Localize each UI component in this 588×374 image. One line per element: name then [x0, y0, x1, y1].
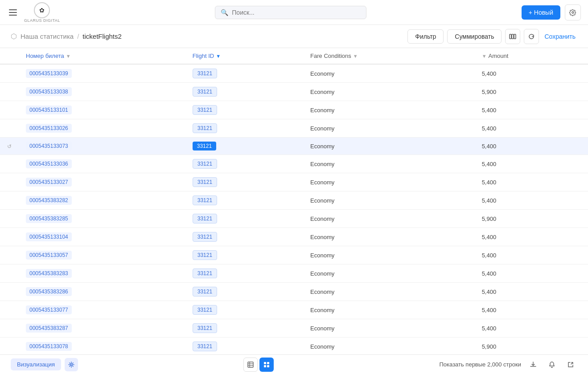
- cell-fare: Economy: [303, 228, 475, 246]
- cell-fare: Economy: [303, 119, 475, 138]
- flight-badge: 33121: [193, 268, 217, 278]
- save-button[interactable]: Сохранить: [543, 33, 577, 40]
- expand-icon[interactable]: ↺: [7, 143, 12, 150]
- row-expand[interactable]: [0, 283, 19, 301]
- flight-badge: 33121: [193, 250, 217, 260]
- table-row: ↺000543513307333121Economy5,400: [0, 138, 588, 155]
- row-expand[interactable]: [0, 83, 19, 101]
- logo-text: GLARUS DIGITAL: [24, 18, 60, 23]
- flight-badge: 33121: [193, 232, 217, 242]
- settings-button[interactable]: [565, 4, 581, 20]
- ticket-badge: 0005435133026: [26, 124, 72, 133]
- cell-ticket: 0005435133039: [19, 64, 185, 83]
- table-row: 000543538328633121Economy5,400: [0, 283, 588, 301]
- cell-amount: 5,400: [475, 155, 588, 173]
- summarize-button[interactable]: Суммировать: [447, 29, 502, 44]
- data-table: Номер билета ▼ Flight ID ▼ Fare Conditio…: [0, 48, 588, 354]
- flight-badge: 33121: [193, 287, 217, 297]
- cell-fare: Economy: [303, 155, 475, 173]
- col-flight-label: Flight ID: [193, 53, 214, 59]
- columns-button[interactable]: [505, 29, 520, 44]
- new-button[interactable]: + Новый: [522, 5, 560, 20]
- ticket-badge: 0005435133104: [26, 232, 72, 241]
- row-expand[interactable]: [0, 264, 19, 283]
- cell-ticket: 0005435133026: [19, 119, 185, 138]
- menu-button[interactable]: [7, 8, 19, 17]
- ticket-badge: 0005435383286: [26, 287, 72, 296]
- row-expand[interactable]: [0, 173, 19, 191]
- col-ticket-sort: ▼: [66, 53, 71, 59]
- breadcrumb-separator: /: [77, 33, 79, 40]
- table-row: 000543513307833121Economy5,900: [0, 337, 588, 355]
- col-fare[interactable]: Fare Conditions ▼: [303, 48, 475, 64]
- cell-flight: 33121: [185, 173, 303, 191]
- gear-icon: [569, 9, 576, 16]
- cell-fare: Economy: [303, 101, 475, 119]
- filter-button[interactable]: Фильтр: [407, 29, 444, 44]
- cell-amount: 5,400: [475, 246, 588, 264]
- table-container[interactable]: Номер билета ▼ Flight ID ▼ Fare Conditio…: [0, 48, 588, 354]
- col-flight[interactable]: Flight ID ▼: [185, 48, 303, 64]
- cell-fare: Economy: [303, 191, 475, 210]
- cell-flight: 33121: [185, 155, 303, 173]
- table-row: 000543538328733121Economy5,400: [0, 319, 588, 337]
- row-expand[interactable]: [0, 319, 19, 337]
- row-expand[interactable]: [0, 155, 19, 173]
- row-expand[interactable]: [0, 191, 19, 210]
- cell-ticket: 0005435133027: [19, 173, 185, 191]
- logo: ✿ GLARUS DIGITAL: [24, 2, 60, 23]
- col-ticket[interactable]: Номер билета ▼: [19, 48, 185, 64]
- row-expand[interactable]: [0, 337, 19, 355]
- breadcrumb-parent[interactable]: Наша статистика: [21, 33, 74, 40]
- row-expand[interactable]: [0, 119, 19, 138]
- row-expand[interactable]: ↺: [0, 138, 19, 155]
- refresh-button[interactable]: [524, 29, 539, 44]
- ticket-badge: 0005435133073: [26, 142, 72, 150]
- cell-amount: 5,400: [475, 283, 588, 301]
- row-expand[interactable]: [0, 101, 19, 119]
- cell-amount: 5,400: [475, 228, 588, 246]
- row-expand[interactable]: [0, 228, 19, 246]
- cell-amount: 5,400: [475, 191, 588, 210]
- search-input[interactable]: [232, 9, 361, 16]
- cell-amount: 5,900: [475, 337, 588, 355]
- row-expand[interactable]: [0, 246, 19, 264]
- table-row: 000543513305733121Economy5,400: [0, 246, 588, 264]
- cell-flight: 33121: [185, 264, 303, 283]
- breadcrumb-current: ticketFlights2: [82, 33, 122, 40]
- cell-flight: 33121: [185, 138, 303, 155]
- row-expand[interactable]: [0, 210, 19, 228]
- col-amount[interactable]: ▼ Amount: [475, 48, 588, 64]
- svg-rect-0: [510, 34, 511, 39]
- cell-ticket: 0005435383286: [19, 283, 185, 301]
- cell-amount: 5,400: [475, 301, 588, 319]
- col-amount-sort-left: ▼: [482, 53, 487, 59]
- cell-amount: 5,400: [475, 138, 588, 155]
- navbar-center: 🔍: [60, 6, 522, 19]
- ticket-badge: 0005435383282: [26, 196, 72, 205]
- cell-flight: 33121: [185, 64, 303, 83]
- breadcrumb-bar: ⬡ Наша статистика / ticketFlights2 Фильт…: [0, 25, 588, 48]
- cell-amount: 5,400: [475, 264, 588, 283]
- cell-flight: 33121: [185, 101, 303, 119]
- table-row: 000543538328333121Economy5,400: [0, 264, 588, 283]
- table-row: 000543538328233121Economy5,400: [0, 191, 588, 210]
- row-expand[interactable]: [0, 64, 19, 83]
- table-row: 000543513307733121Economy5,400: [0, 301, 588, 319]
- cell-amount: 5,400: [475, 319, 588, 337]
- cell-flight: 33121: [185, 83, 303, 101]
- flight-badge: 33121: [193, 123, 217, 133]
- cell-flight: 33121: [185, 228, 303, 246]
- cell-fare: Economy: [303, 319, 475, 337]
- row-expand[interactable]: [0, 301, 19, 319]
- table-row: 000543513302633121Economy5,400: [0, 119, 588, 138]
- breadcrumb: ⬡ Наша статистика / ticketFlights2: [11, 32, 122, 41]
- flight-badge: 33121: [193, 177, 217, 187]
- table-row: 000543538328533121Economy5,900: [0, 210, 588, 228]
- ticket-badge: 0005435383285: [26, 214, 72, 223]
- columns-icon: [509, 33, 516, 40]
- col-expand: [0, 48, 19, 64]
- main-content: Номер билета ▼ Flight ID ▼ Fare Conditio…: [0, 48, 588, 354]
- cell-flight: 33121: [185, 337, 303, 355]
- breadcrumb-icon: ⬡: [11, 32, 17, 41]
